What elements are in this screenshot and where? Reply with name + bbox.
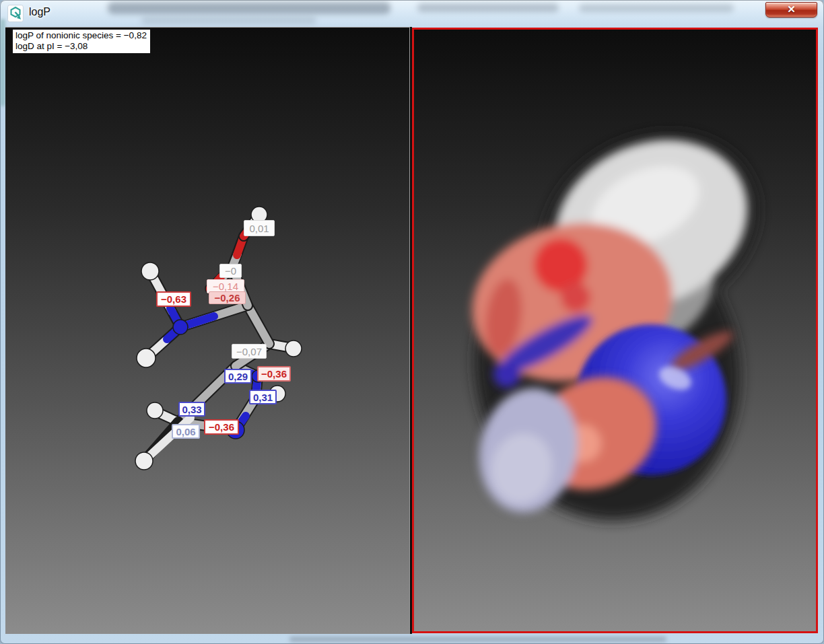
window-icon[interactable] (7, 5, 24, 22)
atom-logp-label: −0,26 (209, 291, 246, 304)
title-bar[interactable]: logP ✕ (0, 0, 824, 27)
atom-logp-label: −0,36 (257, 366, 291, 382)
blurred-background-text (289, 637, 666, 642)
atom-logp-label: −0,36 (204, 419, 239, 435)
atom-logp-label: −0,63 (156, 291, 191, 307)
atom-logp-label: 0,29 (224, 369, 252, 384)
atom-logp-label: 0,31 (249, 390, 277, 404)
close-icon: ✕ (787, 3, 796, 15)
window-title: logP (29, 6, 50, 18)
atom-logp-label: 0,06 (172, 424, 200, 439)
blurred-background-text (0, 19, 5, 106)
atom-logp-label: −0,07 (232, 344, 267, 359)
surface-3d-viewport[interactable] (412, 28, 818, 633)
atom-logp-label: 0,33 (178, 402, 205, 417)
close-button[interactable]: ✕ (765, 2, 817, 17)
atom-logp-label: −0 (219, 264, 242, 278)
molecule-3d-viewport[interactable]: logP of nonionic species = −0,82 logD at… (5, 27, 410, 634)
molecule-overlay-labels: 0,01−0−0,14−0,26−0,63−0,070,29−0,360,310… (5, 28, 409, 634)
lipophilicity-surface (414, 30, 812, 627)
window-frame: logP ✕ (0, 0, 824, 644)
atom-logp-label: 0,01 (244, 220, 275, 236)
